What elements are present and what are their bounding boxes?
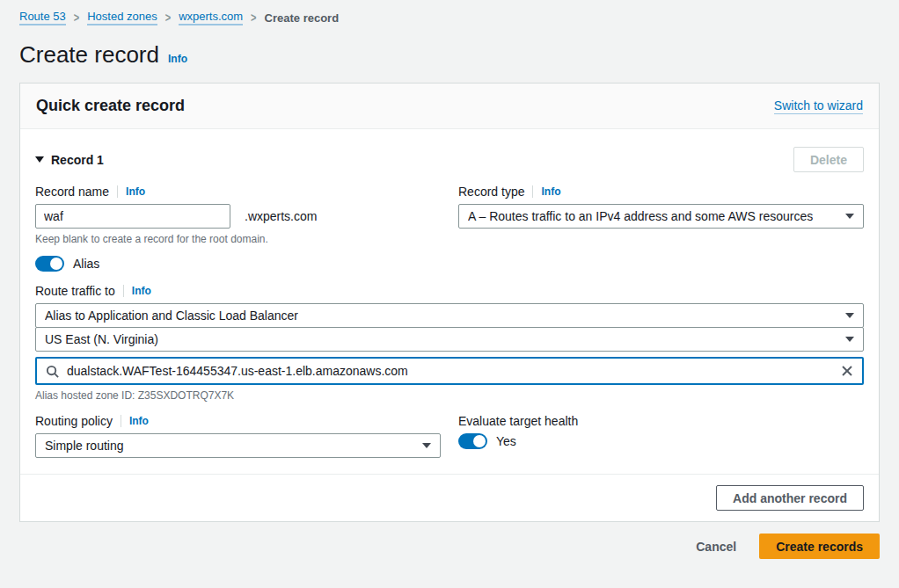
chevron-down-icon: [845, 337, 854, 342]
breadcrumb-separator-icon: >: [74, 11, 79, 25]
close-icon: [841, 365, 853, 377]
evaluate-target-health-label: Evaluate target health: [458, 414, 578, 428]
record-name-suffix: .wxperts.com: [245, 209, 317, 223]
record-name-input[interactable]: [35, 204, 230, 229]
region-selected-value: US East (N. Virginia): [45, 332, 158, 346]
breadcrumb-zone-link[interactable]: wxperts.com: [179, 10, 243, 25]
chevron-down-icon: [422, 443, 431, 448]
label-divider: [532, 185, 533, 198]
panel-header: Quick create record Switch to wizard: [20, 83, 879, 129]
evaluate-target-health-field: Evaluate target health Yes: [458, 414, 864, 458]
routing-policy-label: Routing policy: [35, 414, 113, 428]
label-divider: [121, 415, 121, 427]
record-type-label: Record type: [458, 185, 524, 199]
route-traffic-section: Route traffic to Info Alias to Applicati…: [35, 284, 864, 402]
alias-toggle-row: Alias: [35, 256, 864, 272]
search-icon: [46, 365, 59, 378]
endpoint-selected-value: Alias to Application and Classic Load Ba…: [45, 309, 298, 323]
panel-footer: Add another record: [20, 474, 879, 521]
record-header: Record 1 Delete: [35, 147, 864, 172]
name-type-row: Record name Info .wxperts.com Keep blank…: [35, 185, 864, 245]
record-name-helper: Keep blank to create a record for the ro…: [35, 233, 441, 245]
load-balancer-search-input[interactable]: [67, 364, 833, 378]
breadcrumb-separator-icon: >: [165, 11, 171, 25]
breadcrumb-separator-icon: >: [251, 11, 256, 25]
chevron-down-icon: [845, 214, 854, 219]
page-title-row: Create record Info: [0, 25, 899, 69]
record-type-selected-value: A – Routes traffic to an IPv4 address an…: [468, 209, 813, 223]
panel-title: Quick create record: [36, 97, 185, 115]
alias-hosted-zone-helper: Alias hosted zone ID: Z35SXDOTRQ7X7K: [35, 389, 864, 402]
cancel-button[interactable]: Cancel: [696, 540, 736, 554]
page-title-info-link[interactable]: Info: [168, 53, 187, 65]
record-name-info-link[interactable]: Info: [126, 185, 145, 198]
delete-record-button[interactable]: Delete: [793, 147, 864, 172]
page-title: Create record: [19, 41, 159, 69]
routing-policy-selected-value: Simple routing: [45, 439, 124, 453]
routing-policy-select[interactable]: Simple routing: [35, 433, 441, 458]
route-traffic-region-select[interactable]: US East (N. Virginia): [35, 327, 864, 352]
alias-toggle[interactable]: [35, 256, 64, 272]
breadcrumb-current: Create record: [265, 11, 340, 25]
add-another-record-button[interactable]: Add another record: [716, 485, 864, 511]
switch-to-wizard-link[interactable]: Switch to wizard: [774, 98, 863, 114]
label-divider: [117, 185, 118, 198]
create-record-page: Route 53 > Hosted zones > wxperts.com > …: [0, 0, 899, 588]
toggle-knob: [473, 435, 486, 447]
collapse-caret-icon: [35, 156, 44, 163]
evaluate-target-health-value: Yes: [496, 434, 516, 448]
record-type-info-link[interactable]: Info: [541, 185, 560, 198]
breadcrumb-route53-link[interactable]: Route 53: [19, 10, 66, 25]
route-traffic-info-link[interactable]: Info: [132, 285, 151, 297]
create-records-button[interactable]: Create records: [759, 534, 880, 559]
record-name-field: Record name Info .wxperts.com Keep blank…: [35, 185, 441, 245]
route-traffic-endpoint-select[interactable]: Alias to Application and Classic Load Ba…: [35, 303, 864, 328]
policy-health-row: Routing policy Info Simple routing Evalu…: [35, 414, 864, 458]
breadcrumb: Route 53 > Hosted zones > wxperts.com > …: [0, 0, 899, 25]
toggle-knob: [50, 258, 62, 270]
alias-toggle-label: Alias: [73, 257, 99, 271]
record-title: Record 1: [51, 153, 104, 167]
record-expander[interactable]: Record 1: [35, 153, 104, 167]
record-name-label: Record name: [35, 185, 109, 199]
evaluate-target-health-toggle[interactable]: [458, 433, 487, 449]
form-actions: Cancel Create records: [0, 534, 880, 559]
quick-create-record-panel: Quick create record Switch to wizard Rec…: [19, 83, 880, 522]
chevron-down-icon: [845, 313, 854, 318]
routing-policy-info-link[interactable]: Info: [129, 415, 149, 427]
clear-search-button[interactable]: [841, 365, 853, 377]
label-divider: [123, 285, 124, 297]
load-balancer-search-box: [35, 357, 864, 385]
routing-policy-field: Routing policy Info Simple routing: [35, 414, 441, 458]
route-traffic-label: Route traffic to: [35, 284, 115, 298]
record-type-field: Record type Info A – Routes traffic to a…: [458, 185, 864, 245]
panel-body: Record 1 Delete Record name Info .wxpert…: [20, 129, 879, 458]
breadcrumb-hosted-zones-link[interactable]: Hosted zones: [87, 10, 157, 25]
record-type-select[interactable]: A – Routes traffic to an IPv4 address an…: [458, 204, 864, 229]
